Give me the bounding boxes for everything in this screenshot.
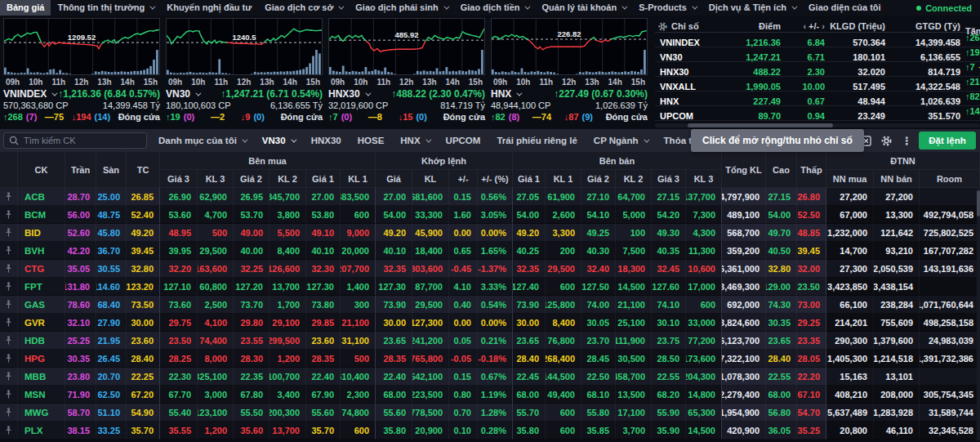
stock-symbol[interactable]: ACB: [18, 188, 65, 206]
table-row-mbb[interactable]: MBB23.8020.7022.2522.30325,10022.35100,7…: [0, 368, 980, 386]
settings-gear-icon[interactable]: [881, 136, 892, 146]
tab-hnx30[interactable]: HNX30: [311, 136, 341, 145]
table-row-plx[interactable]: PLX38.1533.2535.7035.551,20035.6013,7003…: [0, 422, 980, 440]
table-row-hdb[interactable]: HDB25.2521.9523.6023.5074,40023.55299,50…: [0, 332, 980, 350]
cell: 76,800: [546, 332, 581, 350]
tab-cp-ng-nh[interactable]: CP Ngành: [594, 136, 648, 145]
nav-item-3[interactable]: Giao dịch cơ sở: [258, 0, 349, 16]
pin-icon[interactable]: [0, 260, 18, 278]
nav-item-5[interactable]: Giao dịch tiền: [454, 0, 536, 16]
tab-upcom[interactable]: UPCOM: [446, 136, 481, 145]
index-row-vnxall[interactable]: VNXALL1,990.0510.00517.49514,322.548↑216…: [655, 77, 980, 92]
stock-symbol[interactable]: HDB: [18, 332, 65, 350]
stock-symbol[interactable]: PLX: [18, 422, 65, 440]
index-table-hscrollbar[interactable]: [655, 123, 980, 127]
chart-index-selector[interactable]: VN30: [166, 88, 199, 100]
board-col-header: Giá 2: [581, 170, 616, 188]
nav-item-8[interactable]: Dịch vụ & Tiện ích: [702, 0, 802, 16]
table-row-mwg[interactable]: MWG58.7051.1054.9055.40123,10055.50200,3…: [0, 404, 980, 422]
pin-icon[interactable]: [0, 278, 18, 296]
chevron-down-icon: [339, 4, 345, 10]
vscrollbar-thumb[interactable]: [977, 190, 980, 217]
stock-symbol[interactable]: MWG: [18, 404, 65, 422]
tab-hose[interactable]: HOSE: [358, 136, 385, 145]
cell: 1,071,760,644: [920, 296, 980, 314]
chart-index-selector[interactable]: HNX30: [328, 88, 369, 100]
index-row-hnx[interactable]: HNX227.490.6748.9441,026.639↑82—74↓87: [655, 92, 980, 106]
cell: 26.95: [234, 188, 270, 206]
nav-item-4[interactable]: Giao dịch phái sinh: [349, 0, 453, 16]
tab-tr-i-phi-u-ri-ng-l-[interactable]: Trái phiếu riêng lẻ: [497, 136, 577, 145]
group-header-dtnn: ĐTNN: [826, 152, 980, 170]
next-arrow-icon[interactable]: ›: [819, 21, 825, 31]
cell: 11,300: [686, 242, 722, 260]
table-row-gas[interactable]: GAS78.6068.4073.5073.602,50073.701,70073…: [0, 296, 980, 314]
cell: 74,800: [341, 404, 376, 422]
pin-icon[interactable]: [0, 224, 18, 242]
cell: 73.90: [376, 296, 412, 314]
stock-symbol[interactable]: MSN: [18, 386, 65, 404]
pin-icon[interactable]: [0, 296, 18, 314]
index-row-vn30[interactable]: VN301,247.216.71180.1016,136.655↑19—2↓9: [655, 47, 980, 62]
stock-search[interactable]: [3, 132, 147, 149]
index-row-upcom[interactable]: UPCOM89.700.9423.249351.570↑144—81↓104: [655, 106, 980, 121]
stock-symbol[interactable]: GAS: [18, 296, 65, 314]
group-header-sell: Bên bán: [513, 152, 722, 170]
stock-symbol[interactable]: BVH: [18, 242, 65, 260]
nav-item-1[interactable]: Thông tin thị trường: [51, 0, 160, 16]
tab-danh-m-c-c-a-t-i[interactable]: Danh mục của tôi: [158, 136, 246, 145]
cell: 2,300: [341, 386, 376, 404]
table-row-gvr[interactable]: GVR32.1027.9030.0029.754,10029.8029,1002…: [0, 314, 980, 332]
stock-symbol[interactable]: GVR: [18, 314, 65, 332]
cell: -0.18%: [478, 350, 513, 368]
pin-icon[interactable]: [0, 314, 18, 332]
cell: 55.60: [306, 404, 341, 422]
tab-vn30[interactable]: VN30: [262, 136, 295, 145]
stock-symbol[interactable]: HPG: [18, 350, 65, 368]
cell: 42.20: [65, 242, 96, 260]
stock-symbol[interactable]: BID: [18, 224, 65, 242]
index-row-hnx30[interactable]: HNX30488.222.3032.020814.719↑7—8↓15: [655, 62, 980, 77]
table-row-ctg[interactable]: CTG35.0530.5532.8032.20163,60032.25126,6…: [0, 260, 980, 278]
tab-hnx[interactable]: HNX: [400, 136, 429, 145]
more-kebab-icon[interactable]: ⋮: [902, 135, 912, 147]
stock-symbol[interactable]: BCM: [18, 206, 65, 224]
stock-symbol[interactable]: CTG: [18, 260, 65, 278]
pin-icon[interactable]: [0, 242, 18, 260]
pin-icon[interactable]: [0, 404, 18, 422]
pin-icon[interactable]: [0, 206, 18, 224]
col-header-tc: TC: [127, 152, 160, 188]
table-row-bcm[interactable]: BCM56.0048.7552.4053.604,70053.703,80053…: [0, 206, 980, 224]
pin-icon[interactable]: [0, 332, 18, 350]
chevron-down-icon: [622, 4, 628, 10]
hscrollbar-thumb[interactable]: [688, 123, 833, 127]
nav-item-6[interactable]: Quản lý tài khoản: [535, 0, 632, 16]
stock-symbol[interactable]: MBB: [18, 368, 65, 386]
pin-icon[interactable]: [0, 422, 18, 440]
pin-icon[interactable]: [0, 188, 18, 206]
table-row-acb[interactable]: ACB28.7025.0026.8526.9062,90026.95345,70…: [0, 188, 980, 206]
pin-icon[interactable]: [0, 350, 18, 368]
nav-item-0[interactable]: Bảng giá: [0, 0, 51, 16]
table-row-bvh[interactable]: BVH42.2036.7039.4539.9529,50040.008,4004…: [0, 242, 980, 260]
table-row-msn[interactable]: MSN71.9062.5067.2067.703,00067.803,40067…: [0, 386, 980, 404]
chart-index-selector[interactable]: VNINDEX: [3, 88, 56, 100]
nav-item-2[interactable]: Khuyến nghị đầu tư: [160, 0, 258, 16]
place-order-button[interactable]: Đặt lệnh: [919, 132, 976, 150]
gear-icon[interactable]: [658, 22, 667, 31]
table-row-fpt[interactable]: FPT131.80114.60123.20127.1060,800127.201…: [0, 278, 980, 296]
search-input[interactable]: [24, 136, 138, 145]
cell: 21,100: [616, 296, 652, 314]
nav-item-7[interactable]: S-Products: [632, 0, 702, 16]
nav-item-9[interactable]: Giao diện của tôi: [802, 0, 888, 16]
stock-symbol[interactable]: FPT: [18, 278, 65, 296]
chart-index-selector[interactable]: HNX: [491, 88, 520, 100]
table-row-hpg[interactable]: HPG30.3526.4528.4028.258,00028.301,20028…: [0, 350, 980, 368]
table-row-bid[interactable]: BID52.6045.8049.2048.9550049.005,50049.1…: [0, 224, 980, 242]
index-row-vnindex[interactable]: VNINDEX1,216.366.84570.36414,399.458↑268…: [655, 33, 980, 47]
pin-icon[interactable]: [0, 386, 18, 404]
board-vscrollbar[interactable]: [977, 189, 980, 440]
pin-icon[interactable]: [0, 368, 18, 386]
cell: 71.90: [65, 386, 96, 404]
cell: 3,824,600: [722, 314, 766, 332]
